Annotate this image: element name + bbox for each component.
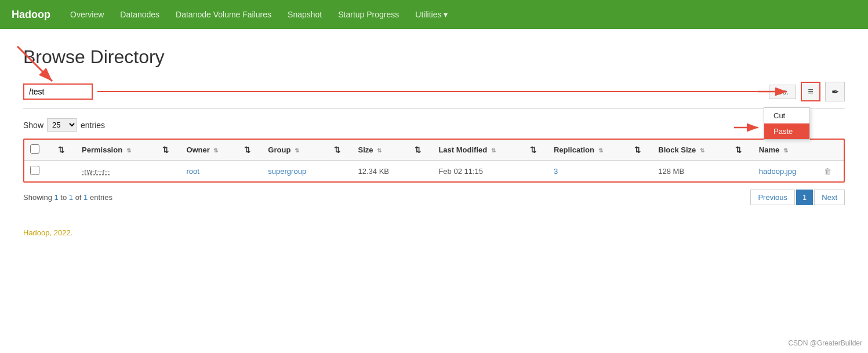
- row-block-size: 128 MB: [652, 161, 729, 181]
- name-sort-icon: ⇅: [783, 147, 788, 154]
- col-block-size[interactable]: Block Size ⇅: [652, 140, 729, 161]
- file-table-wrapper: ⇅ Permission ⇅ ⇅ Owner ⇅ ⇅ Group ⇅ ⇅ Siz…: [23, 139, 845, 183]
- row-permission: -rw-r--r--: [76, 161, 157, 181]
- nav-link-datanode-volume-failures[interactable]: Datanode Volume Failures: [168, 2, 279, 27]
- col-checkbox: [24, 140, 52, 161]
- sort-icon-6: ⇅: [530, 145, 536, 154]
- row-checkbox[interactable]: [30, 166, 39, 175]
- edit-button[interactable]: ✒: [825, 82, 845, 101]
- nav-link-overview[interactable]: Overview: [62, 2, 112, 27]
- context-menu-cut[interactable]: Cut: [764, 108, 809, 123]
- entries-select[interactable]: 10 25 50 100: [47, 118, 77, 132]
- row-delete-button[interactable]: 🗑: [818, 161, 844, 181]
- row-sort-2: [157, 161, 180, 181]
- path-input[interactable]: [23, 83, 93, 100]
- col-actions: [818, 140, 844, 161]
- col-sort-4[interactable]: ⇅: [328, 140, 352, 161]
- permission-sort-icon: ⇅: [126, 147, 131, 154]
- row-sort-3: [238, 161, 262, 181]
- page-1-button[interactable]: 1: [796, 190, 813, 205]
- navbar: Hadoop Overview Datanodes Datanode Volum…: [0, 0, 868, 29]
- row-sort-8: [729, 161, 753, 181]
- nav-brand: Hadoop: [12, 9, 50, 21]
- replication-sort-icon: ⇅: [598, 147, 603, 154]
- context-menu-paste[interactable]: Paste: [764, 123, 809, 139]
- arrow-to-clipboard: [758, 82, 793, 101]
- showing-text: Showing 1 to 1 of 1 entries: [23, 193, 112, 202]
- pagination: Previous 1 Next: [750, 190, 845, 205]
- arrow-to-paste: [734, 116, 763, 139]
- nav-link-startup-progress[interactable]: Startup Progress: [330, 2, 407, 27]
- path-bar: Go. ≡ ✒: [23, 82, 845, 109]
- next-button[interactable]: Next: [814, 190, 845, 205]
- modified-sort-icon: ⇅: [491, 147, 496, 154]
- row-sort-6: [524, 161, 548, 181]
- row-sort-5: [409, 161, 433, 181]
- col-sort-5[interactable]: ⇅: [409, 140, 433, 161]
- owner-sort-icon: ⇅: [213, 147, 218, 154]
- row-replication[interactable]: 3: [548, 161, 629, 181]
- col-name[interactable]: Name ⇅: [753, 140, 818, 161]
- sort-icon-2: ⇅: [162, 145, 169, 154]
- row-sort-4: [328, 161, 352, 181]
- sort-icon-4: ⇅: [334, 145, 340, 154]
- row-checkbox-cell: [24, 161, 52, 181]
- col-owner[interactable]: Owner ⇅: [180, 140, 238, 161]
- col-sort-3[interactable]: ⇅: [238, 140, 262, 161]
- row-sort-7: [629, 161, 652, 181]
- clipboard-icon: ≡: [808, 86, 813, 97]
- col-replication[interactable]: Replication ⇅: [548, 140, 629, 161]
- previous-button[interactable]: Previous: [750, 190, 795, 205]
- select-all-checkbox[interactable]: [30, 144, 39, 154]
- row-owner[interactable]: root: [180, 161, 238, 181]
- table-row: -rw-r--r-- root supergroup 12.34 KB Feb …: [24, 161, 844, 181]
- col-group[interactable]: Group ⇅: [262, 140, 328, 161]
- col-last-modified[interactable]: Last Modified ⇅: [433, 140, 524, 161]
- show-label: Show: [23, 121, 43, 130]
- showing-to: 1: [69, 193, 73, 202]
- table-footer: Showing 1 to 1 of 1 entries Previous 1 N…: [23, 190, 845, 205]
- svg-line-1: [17, 46, 52, 81]
- row-size: 12.34 KB: [353, 161, 409, 181]
- col-sort-8[interactable]: ⇅: [729, 140, 753, 161]
- showing-total: 1: [83, 193, 88, 202]
- sort-icon-8: ⇅: [735, 145, 742, 154]
- entries-label: entries: [81, 121, 105, 130]
- col-sort-6[interactable]: ⇅: [524, 140, 548, 161]
- col-sort-7[interactable]: ⇅: [629, 140, 652, 161]
- file-table: ⇅ Permission ⇅ ⇅ Owner ⇅ ⇅ Group ⇅ ⇅ Siz…: [24, 140, 844, 181]
- row-name[interactable]: hadoop.jpg: [753, 161, 818, 181]
- chevron-down-icon: ▾: [444, 10, 448, 19]
- path-line: [97, 91, 764, 92]
- sort-icon-7: ⇅: [634, 145, 641, 154]
- show-entries-bar: Show 10 25 50 100 entries: [23, 118, 845, 132]
- col-size[interactable]: Size ⇅: [353, 140, 409, 161]
- size-sort-icon: ⇅: [377, 147, 382, 154]
- group-sort-icon: ⇅: [295, 147, 299, 154]
- context-menu: Cut Paste: [764, 107, 810, 140]
- sort-icon-5: ⇅: [415, 145, 421, 154]
- clipboard-button[interactable]: ≡: [801, 82, 820, 101]
- blocksize-sort-icon: ⇅: [700, 147, 704, 154]
- sort-icon-3: ⇅: [244, 145, 250, 154]
- row-group[interactable]: supergroup: [262, 161, 328, 181]
- page-title: Browse Directory: [23, 46, 845, 68]
- sort-icon: ⇅: [58, 145, 64, 154]
- nav-link-snapshot[interactable]: Snapshot: [279, 2, 330, 27]
- nav-link-utilities[interactable]: Utilities ▾: [407, 2, 456, 27]
- row-last-modified: Feb 02 11:15: [433, 161, 524, 181]
- col-permission[interactable]: Permission ⇅: [76, 140, 157, 161]
- row-sort-1: [52, 161, 76, 181]
- table-header-row: ⇅ Permission ⇅ ⇅ Owner ⇅ ⇅ Group ⇅ ⇅ Siz…: [24, 140, 844, 161]
- page-footer: Hadoop, 2022.: [23, 228, 845, 237]
- edit-icon: ✒: [831, 86, 839, 97]
- col-sort-2[interactable]: ⇅: [157, 140, 180, 161]
- nav-link-datanodes[interactable]: Datanodes: [112, 2, 168, 27]
- main-content: Browse Directory Go. ≡ ✒: [0, 29, 868, 254]
- showing-from: 1: [54, 193, 58, 202]
- footer-text: Hadoop, 2022.: [23, 228, 72, 237]
- col-sort-1[interactable]: ⇅: [52, 140, 76, 161]
